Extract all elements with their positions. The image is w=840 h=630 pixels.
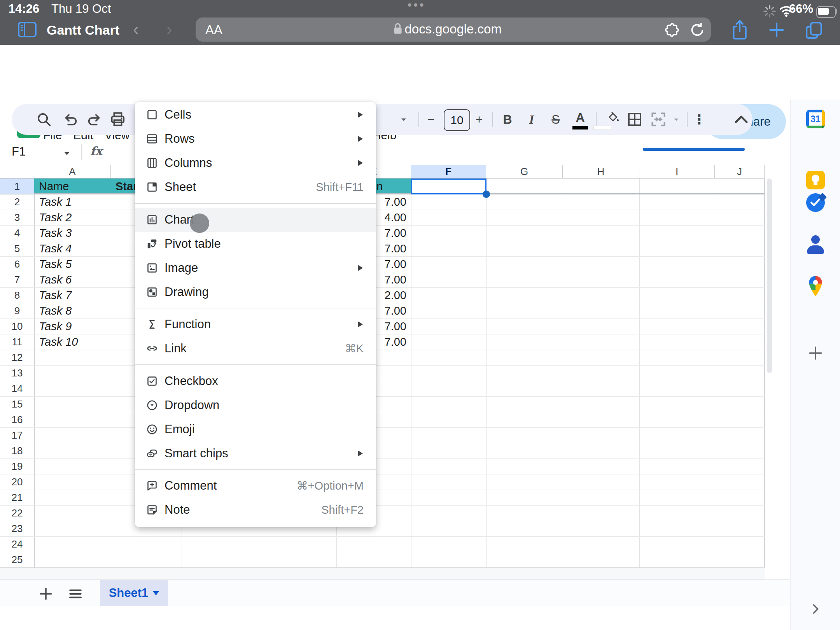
menu-item-note[interactable]: NoteShift+F2 (135, 498, 376, 522)
task-cell[interactable]: Task 10 (39, 334, 78, 350)
merge-dropdown-icon[interactable] (670, 104, 683, 135)
fill-color-button[interactable] (602, 104, 624, 135)
name-box-dropdown-icon[interactable] (61, 148, 72, 159)
task-cell[interactable]: Task 4 (39, 241, 72, 256)
row-header-4[interactable]: 4 (0, 225, 34, 241)
row-header-15[interactable]: 15 (0, 396, 34, 412)
menu-item-emoji[interactable]: Emoji (135, 417, 376, 441)
bold-button[interactable]: B (499, 104, 516, 135)
menu-item-comment[interactable]: Comment⌘+Option+M (135, 474, 376, 498)
menu-item-function[interactable]: Function (135, 312, 376, 336)
menu-item-dropdown[interactable]: Dropdown (135, 393, 376, 417)
column-header-J[interactable]: J (715, 165, 765, 178)
selection-fill-handle[interactable] (483, 191, 490, 198)
font-size-increase-button[interactable]: + (471, 104, 487, 135)
menu-item-pivot-table[interactable]: Pivot table (135, 232, 376, 256)
print-icon[interactable] (109, 104, 127, 135)
google-maps-icon[interactable] (807, 275, 824, 298)
row-header-22[interactable]: 22 (0, 505, 34, 521)
font-size-input[interactable]: 10 (444, 109, 470, 131)
add-sheet-button[interactable] (37, 585, 54, 602)
row-header-8[interactable]: 8 (0, 287, 34, 303)
row-header-17[interactable]: 17 (0, 427, 34, 443)
vertical-scrollbar[interactable] (767, 178, 772, 373)
row-header-16[interactable]: 16 (0, 412, 34, 427)
row-header-19[interactable]: 19 (0, 458, 34, 474)
row-header-14[interactable]: 14 (0, 381, 34, 396)
new-tab-plus-icon[interactable] (767, 20, 786, 40)
task-cell[interactable]: Task 7 (39, 287, 72, 303)
task-cell[interactable]: Task 9 (39, 318, 72, 334)
row-header-13[interactable]: 13 (0, 365, 34, 381)
column-header-A[interactable]: A (34, 165, 111, 178)
menu-item-image[interactable]: Image (135, 256, 376, 280)
ellipsis-menu-icon[interactable]: ••• (408, 0, 426, 12)
row-header-5[interactable]: 5 (0, 241, 34, 256)
row-header-20[interactable]: 20 (0, 474, 34, 490)
row-header-9[interactable]: 9 (0, 303, 34, 318)
horizontal-scrollbar[interactable] (643, 148, 745, 151)
merge-cells-button[interactable] (649, 104, 668, 135)
share-icon[interactable] (729, 19, 751, 41)
undo-icon[interactable] (61, 104, 79, 135)
menu-item-checkbox[interactable]: Checkbox (135, 369, 376, 393)
text-color-button[interactable]: A (571, 104, 590, 135)
cell-A1[interactable]: Name (39, 178, 69, 194)
menu-item-rows[interactable]: Rows (135, 127, 376, 151)
more-options-icon[interactable]: ⋮ (691, 104, 707, 135)
tabs-icon[interactable] (804, 20, 824, 40)
back-button[interactable]: ‹ (133, 19, 139, 39)
row-header-10[interactable]: 10 (0, 318, 34, 334)
row-header-18[interactable]: 18 (0, 443, 34, 458)
row-header-21[interactable]: 21 (0, 490, 34, 505)
spreadsheet-grid[interactable]: ABCDEFGHIJ123456789101112131415161718192… (0, 165, 790, 567)
menu-item-drawing[interactable]: Drawing (135, 280, 376, 304)
column-header-H[interactable]: H (563, 165, 639, 178)
menu-item-chart[interactable]: Chart (135, 208, 376, 232)
column-header-G[interactable]: G (486, 165, 563, 178)
row-header-24[interactable]: 24 (0, 536, 34, 552)
google-calendar-icon[interactable]: 31 (806, 110, 825, 128)
row-header-25[interactable]: 25 (0, 552, 34, 567)
task-cell[interactable]: Task 5 (39, 256, 72, 272)
task-cell[interactable]: Task 8 (39, 303, 72, 318)
row-header-2[interactable]: 2 (0, 194, 34, 210)
all-sheets-menu-icon[interactable] (67, 585, 84, 602)
redo-icon[interactable] (86, 104, 103, 135)
font-size-decrease-button[interactable]: − (423, 104, 439, 135)
task-cell[interactable]: Task 3 (39, 225, 72, 241)
google-tasks-icon[interactable] (806, 193, 825, 212)
google-keep-icon[interactable] (806, 171, 825, 189)
rail-add-icon[interactable] (806, 344, 825, 362)
grid-corner-box[interactable] (0, 165, 34, 178)
italic-button[interactable]: I (523, 104, 541, 135)
row-header-1[interactable]: 1 (0, 178, 34, 194)
task-cell[interactable]: Task 2 (39, 210, 72, 225)
collapse-toolbar-icon[interactable] (730, 104, 752, 135)
row-header-12[interactable]: 12 (0, 350, 34, 365)
task-cell[interactable]: Task 6 (39, 272, 72, 287)
menu-item-link[interactable]: Link⌘K (135, 336, 376, 360)
task-cell[interactable]: Task 1 (39, 194, 72, 210)
forward-button[interactable]: › (166, 19, 172, 39)
reload-icon[interactable] (688, 21, 706, 39)
column-header-I[interactable]: I (639, 165, 715, 178)
number-format-dropdown-icon[interactable] (397, 104, 411, 135)
menu-item-cells[interactable]: Cells (135, 103, 376, 127)
menu-item-smart-chips[interactable]: Smart chips (135, 441, 376, 466)
menu-item-columns[interactable]: Columns (135, 151, 376, 175)
borders-button[interactable] (625, 104, 644, 135)
google-contacts-icon[interactable] (807, 235, 824, 254)
rail-expand-chevron-icon[interactable] (808, 601, 822, 617)
extensions-puzzle-icon[interactable] (663, 21, 680, 38)
sidebar-toggle-icon[interactable] (17, 20, 37, 39)
menu-item-sheet[interactable]: SheetShift+F11 (135, 175, 376, 199)
row-header-11[interactable]: 11 (0, 334, 34, 350)
name-box[interactable]: F1 (12, 145, 26, 159)
reader-button[interactable]: AA (205, 23, 222, 37)
cell-E1-partial[interactable]: n (376, 178, 383, 194)
row-header-7[interactable]: 7 (0, 272, 34, 287)
search-icon[interactable] (35, 104, 53, 135)
row-header-3[interactable]: 3 (0, 210, 34, 225)
column-header-F[interactable]: F (411, 165, 486, 178)
